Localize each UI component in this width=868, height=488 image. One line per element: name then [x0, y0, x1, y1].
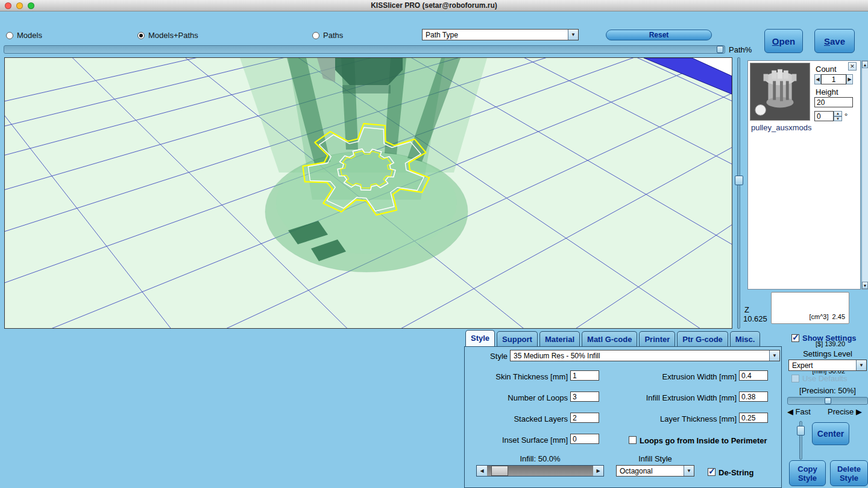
model-list-panel: ✕ Count ◀ ▶ Height ▲ ▼ ° pulley_ausxmods	[747, 60, 861, 290]
path-type-dropdown[interactable]: Path Type ▼	[422, 29, 579, 40]
copy-style-button[interactable]: Copy Style	[789, 460, 826, 486]
height-input[interactable]	[814, 97, 853, 107]
show-settings-checkbox[interactable]	[791, 334, 799, 342]
infill-slider-right-icon[interactable]: ▶	[593, 466, 603, 476]
style-preset-dropdown[interactable]: 35 Medium Res - 50% Infill ▼	[510, 350, 780, 361]
radio-models[interactable]: Models	[6, 31, 42, 40]
tab-misc[interactable]: Misc.	[730, 331, 761, 346]
infill-slider-handle[interactable]	[491, 466, 508, 476]
de-string-checkbox[interactable]	[708, 468, 715, 476]
rotation-unit-label: °	[844, 112, 848, 121]
layer-thickness-input[interactable]	[739, 413, 768, 423]
extrusion-width-input[interactable]	[739, 370, 768, 381]
path-percent-slider[interactable]	[4, 45, 725, 54]
rotation-spin-up-icon[interactable]: ▲	[834, 111, 842, 116]
tab-material[interactable]: Material	[539, 331, 580, 346]
settings-level-dropdown[interactable]: Expert ▼	[788, 360, 867, 371]
style-preset-label: Style	[464, 352, 508, 361]
chevron-down-icon: ▼	[769, 350, 779, 361]
radio-models-circle[interactable]	[6, 32, 13, 39]
number-of-loops-label: Number of Loops	[464, 393, 568, 402]
model-name-label[interactable]: pulley_ausxmods	[751, 123, 811, 132]
height-label: Height	[816, 87, 838, 97]
radio-models-paths-label: Models+Paths	[148, 31, 198, 40]
skin-thickness-input[interactable]	[570, 370, 599, 381]
style-vertical-slider-handle[interactable]	[797, 426, 805, 436]
infill-style-label: Infill Style	[616, 454, 694, 463]
save-button[interactable]: Save	[814, 29, 855, 53]
center-button[interactable]: Center	[812, 422, 849, 445]
zoom-window-button[interactable]	[28, 2, 34, 9]
radio-models-paths-circle[interactable]	[137, 32, 145, 39]
model-thumbnail[interactable]	[750, 63, 810, 121]
tab-matl-gcode[interactable]: Matl G-code	[582, 331, 637, 346]
chevron-down-icon: ▼	[684, 466, 694, 476]
radio-paths[interactable]: Paths	[312, 31, 343, 40]
count-increment-button[interactable]: ▶	[846, 74, 853, 84]
print-stats-box: [cm^3] 2.45 [$] 139.20 [min] 30.02	[771, 292, 849, 324]
close-window-button[interactable]	[5, 2, 11, 9]
infill-style-dropdown[interactable]: Octagonal ▼	[616, 465, 694, 477]
infill-slider[interactable]: ◀ ▶	[476, 465, 604, 477]
infill-extrusion-width-input[interactable]	[739, 391, 768, 402]
3d-viewport[interactable]	[4, 57, 732, 329]
tab-ptr-gcode[interactable]: Ptr G-code	[677, 331, 728, 346]
infill-style-value: Octagonal	[620, 467, 653, 475]
chevron-down-icon: ▼	[568, 30, 578, 40]
infill-slider-left-icon[interactable]: ◀	[477, 466, 487, 476]
inset-surface-label: Inset Surface [mm]	[464, 436, 568, 445]
infill-slider-track[interactable]	[487, 466, 593, 476]
extrusion-width-label: Extrusion Width [mm]	[616, 372, 737, 381]
precision-label: [Precision: 50%]	[785, 386, 868, 395]
scroll-up-icon[interactable]: ▲	[862, 61, 868, 68]
precision-slider[interactable]	[787, 397, 868, 405]
close-icon[interactable]: ✕	[848, 62, 857, 71]
model-pulley	[240, 58, 487, 272]
loops-inside-to-perimeter-label: Loops go from Inside to Perimeter	[640, 436, 767, 445]
tab-printer[interactable]: Printer	[639, 331, 675, 346]
model-list-scrollbar[interactable]: ▲ ▼	[861, 60, 868, 290]
reset-button[interactable]: Reset	[606, 30, 712, 40]
open-button-label: Open	[772, 36, 795, 46]
layer-thickness-label: Layer Thickness [mm]	[616, 414, 737, 423]
count-label: Count	[816, 65, 837, 74]
radio-models-paths[interactable]: Models+Paths	[137, 31, 198, 40]
tab-style[interactable]: Style	[465, 330, 495, 346]
minimize-window-button[interactable]	[16, 2, 23, 9]
rotation-spinner[interactable]: ▲ ▼	[834, 111, 842, 121]
radio-paths-circle[interactable]	[312, 32, 319, 39]
kisslicer-window: KISSlicer PRO (setar@roboforum.ru) Model…	[0, 0, 868, 488]
rotation-input[interactable]	[814, 111, 834, 121]
copy-style-label: Copy Style	[794, 464, 821, 483]
settings-tabs: Style Support Material Matl G-code Print…	[465, 330, 760, 346]
use-defaults-checkbox[interactable]	[791, 375, 799, 382]
stacked-layers-input[interactable]	[570, 413, 599, 423]
z-value-label: 10.625	[743, 314, 767, 323]
delete-style-button[interactable]: Delete Style	[830, 460, 868, 486]
stat-volume: [cm^3] 2.45	[775, 312, 845, 322]
style-vertical-slider[interactable]	[797, 421, 805, 460]
skin-thickness-label: Skin Thickness [mm]	[464, 372, 568, 381]
titlebar: KISSlicer PRO (setar@roboforum.ru)	[0, 0, 868, 11]
count-input[interactable]	[821, 74, 846, 84]
fast-label: ◀ Fast	[787, 407, 811, 416]
precise-label: Precise ▶	[828, 407, 862, 416]
loops-inside-to-perimeter-checkbox[interactable]	[629, 436, 637, 444]
style-preset-value: 35 Medium Res - 50% Infill	[514, 352, 600, 360]
path-percent-slider-handle[interactable]	[717, 46, 723, 53]
de-string-label: De-String	[719, 468, 754, 477]
tab-support[interactable]: Support	[497, 331, 538, 346]
inset-surface-input[interactable]	[570, 434, 599, 444]
window-title: KISSlicer PRO (setar@roboforum.ru)	[0, 0, 868, 11]
count-decrement-button[interactable]: ◀	[814, 74, 821, 84]
z-height-slider[interactable]	[735, 57, 743, 329]
center-button-label: Center	[817, 429, 844, 439]
viewport-canvas	[5, 58, 732, 328]
infill-percent-label: Infill: 50.0%	[476, 454, 604, 463]
rotation-spin-down-icon[interactable]: ▼	[834, 116, 842, 122]
z-height-slider-handle[interactable]	[735, 176, 743, 185]
scroll-down-icon[interactable]: ▼	[862, 282, 868, 289]
open-button[interactable]: Open	[764, 29, 803, 53]
precision-slider-handle[interactable]	[825, 398, 831, 404]
number-of-loops-input[interactable]	[570, 391, 599, 402]
